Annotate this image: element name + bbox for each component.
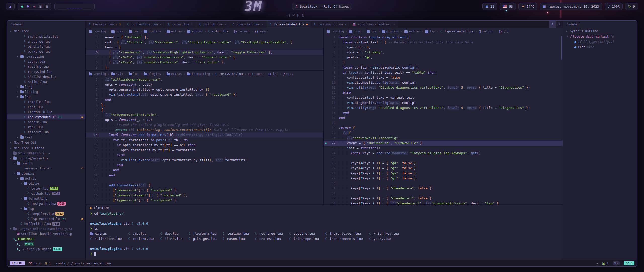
code-line[interactable]: 18 else bbox=[86, 153, 323, 158]
close-icon[interactable]: × bbox=[261, 23, 263, 26]
code-line[interactable]: 33 keys[#keys + 1] = { "<leader>cl", fal… bbox=[324, 196, 563, 201]
tree-item[interactable]: ☾lightbulb.lua bbox=[7, 109, 85, 114]
terminal-output[interactable]: ❯ cd lua/plugins/nvim/lua/plugins via ☾ … bbox=[86, 211, 563, 260]
code-line[interactable]: 15 vim.notify(msg: "Enabled diagnostics … bbox=[324, 105, 563, 110]
tree-item[interactable]: >_TERMINALS bbox=[7, 236, 85, 241]
tree-item[interactable]: ☾compiler.lua bbox=[7, 99, 85, 104]
tree-item[interactable]: ▾.config/nvim/lua bbox=[7, 156, 85, 161]
breadcrumb-item[interactable]: ☾rustywind.lua bbox=[215, 72, 244, 76]
code-line[interactable]: 19 vim.list_extend(dst: opts.formatters_… bbox=[86, 158, 323, 163]
code-line[interactable]: 24 local keys = require(modname: "lazyvi… bbox=[324, 151, 563, 156]
code-line[interactable]: 5 keys = { bbox=[86, 45, 323, 50]
breadcrumb-item[interactable]: []return bbox=[478, 30, 494, 33]
tree-item[interactable]: ☾shellharden.lua bbox=[7, 74, 85, 79]
code-line[interactable]: 20 end bbox=[86, 163, 323, 168]
tree-item[interactable]: >_~#2859 bbox=[7, 241, 85, 246]
link-icon[interactable]: ∞ bbox=[33, 5, 36, 8]
tree-item[interactable]: ☾rustfmt.lua bbox=[7, 64, 85, 69]
tree-item[interactable]: ▸linting bbox=[7, 89, 85, 94]
tree-item[interactable]: ☾color.lua#493 bbox=[7, 186, 85, 191]
tabpage-2[interactable]: 2 bbox=[556, 21, 563, 28]
tab-keymaps-lua[interactable]: ☾keymaps.lua⚠3 bbox=[86, 21, 124, 28]
tree-item[interactable]: ▾formatting bbox=[7, 196, 85, 201]
breadcrumb-item[interactable]: extras bbox=[166, 30, 183, 33]
code-line[interactable]: 14 local function add_formatters(tbl :ta… bbox=[86, 132, 323, 138]
tree-item[interactable]: ☾lens.lua bbox=[7, 104, 85, 109]
breadcrumb-item[interactable]: extras bbox=[404, 30, 420, 33]
code-line[interactable]: 21 [1]"neovim/nvim-lspconfig", bbox=[324, 135, 563, 141]
breadcrumb-item[interactable]: nvim bbox=[111, 30, 124, 33]
code-line[interactable]: 32 bbox=[324, 191, 563, 196]
tree-item[interactable]: ▦scrollbar-handle-vertical.p bbox=[7, 231, 85, 236]
outline-item[interactable]: ◆ifif type(config.vi bbox=[563, 39, 637, 44]
breadcrumb-item[interactable]: []return bbox=[248, 72, 263, 76]
code-line[interactable]: 23 bbox=[86, 178, 323, 183]
tree-item[interactable]: ☾timeout.lua bbox=[7, 129, 85, 134]
tab-color-lua[interactable]: ☾color.lua× bbox=[165, 21, 196, 28]
breadcrumb-item[interactable]: {}keys bbox=[254, 30, 268, 33]
tree-item[interactable]: ▸lang bbox=[7, 84, 85, 89]
code-line[interactable]: 22 end bbox=[86, 173, 323, 178]
keyboard-layout-widget[interactable]: US bbox=[500, 3, 516, 10]
tab-scrollbar-handle-[interactable]: ▦scrollbar-handle-…× bbox=[350, 21, 398, 28]
code-line[interactable]: 25 ["javascript"] = { "rustywind" }, bbox=[86, 188, 323, 193]
outline-item[interactable]: ▾ƒtoggle_diag_virtextfu bbox=[563, 34, 637, 39]
code-line[interactable]: 4 source = "if_many", bbox=[324, 50, 563, 55]
breadcrumb-item[interactable]: lsp bbox=[424, 30, 436, 33]
code-line[interactable]: 9 config.virtual_text = false bbox=[324, 75, 563, 80]
code-line[interactable]: 19return { bbox=[324, 125, 563, 130]
tree-item[interactable]: ☾worktree.lua bbox=[7, 49, 85, 54]
date-widget[interactable]: ▦jueves, noviembre 16, 2023 bbox=[540, 3, 602, 10]
code-line[interactable]: 11 vim.notify(msg: "Disable diagnostics … bbox=[324, 85, 563, 90]
code-line[interactable]: 13 config.virtual_text = virtual_text bbox=[324, 95, 563, 100]
neotree-section-header[interactable]: ▸Neo-Tree Git bbox=[7, 140, 85, 145]
breadcrumb-item[interactable]: lua bbox=[128, 72, 139, 76]
tree-item[interactable]: ☾lsp-extended.lu[+]◉ bbox=[7, 114, 85, 119]
tab-bufferline-lua[interactable]: ☾bufferline.lua× bbox=[124, 21, 165, 28]
tab-github-lua[interactable]: ☾github.lua× bbox=[196, 21, 229, 28]
breadcrumb-item[interactable]: plugins bbox=[143, 72, 162, 76]
launcher-button[interactable]: ▲ bbox=[6, 3, 15, 10]
code-line[interactable]: 5 prefix = "●", bbox=[324, 55, 563, 60]
tree-item[interactable]: ☾github.lua#654 bbox=[7, 191, 85, 196]
tree-item[interactable]: ▾plugins bbox=[7, 171, 85, 176]
tree-item[interactable]: ▾editor bbox=[7, 181, 85, 186]
code-line[interactable]: 6 } bbox=[324, 60, 563, 65]
breadcrumb-item[interactable]: .config bbox=[88, 72, 107, 76]
code-line[interactable]: 17end bbox=[324, 115, 563, 120]
tree-item[interactable]: ☾lsp-extended.lu[+]◉ bbox=[7, 216, 85, 221]
tree-item[interactable]: ☾repl.lua bbox=[7, 124, 85, 129]
scrollbar[interactable] bbox=[561, 36, 562, 60]
neotree-section-header[interactable]: ▾Neo-Tree Buffers bbox=[7, 145, 85, 151]
code-line[interactable]: 2 local virtual_text = { -- Default virt… bbox=[324, 40, 563, 45]
code-line[interactable]: 1local function toggle_diag_virtext() bbox=[324, 35, 563, 40]
breadcrumb-item[interactable]: lua bbox=[128, 30, 139, 33]
tree-item[interactable]: ▾formatting bbox=[7, 54, 85, 59]
close-icon[interactable]: × bbox=[393, 23, 395, 26]
tab-compiler-lua[interactable]: ☾compiler.lua× bbox=[229, 21, 266, 28]
code-line[interactable]: 3 event = { "BufRead" }, bbox=[86, 35, 323, 40]
tree-item[interactable]: ☾winshift.lua bbox=[7, 44, 85, 49]
code-line[interactable]: 26 ["javascriptreact"] = { "rustywind" }… bbox=[86, 193, 323, 198]
breadcrumb-item[interactable]: {}[2] bbox=[267, 72, 279, 76]
close-icon[interactable]: × bbox=[345, 23, 346, 26]
tree-item[interactable]: ☾compiler.lua#682 bbox=[7, 211, 85, 216]
code-line[interactable]: 5 opts.ensure_installed = opts.ensure_in… bbox=[86, 87, 323, 92]
code-line[interactable]: 17 opts.formatters_by_ft[ft] = formatter… bbox=[86, 148, 323, 153]
window-title-pill[interactable]: ______ bbox=[54, 3, 95, 10]
code-line[interactable]: 6 vim.list_extend(dst: opts.ensure_insta… bbox=[86, 92, 323, 97]
tree-item[interactable]: ☾sqlfmt.lua bbox=[7, 79, 85, 84]
code-line[interactable]: 10 [1]"stevearc/conform.nvim", bbox=[86, 112, 323, 117]
code-line[interactable]: 28 keys[#keys + 1] = { "gy", false } bbox=[324, 171, 563, 176]
outline-item[interactable]: ◆elseelse bbox=[563, 44, 637, 50]
tree-item[interactable]: ▾config bbox=[7, 161, 85, 166]
code-line[interactable]: 31 keys[#keys + 1] = { "<leader>ca", fal… bbox=[324, 186, 563, 191]
outline-header[interactable]: ▾ Symbols Outline bbox=[563, 28, 637, 34]
code-line[interactable]: 30 bbox=[324, 181, 563, 186]
breadcrumb-item[interactable]: .config bbox=[326, 30, 345, 33]
tree-item[interactable]: ☾undotree.lua bbox=[7, 39, 85, 44]
code-line[interactable]: 9{ bbox=[86, 107, 323, 112]
code-line[interactable]: 6 { [1]"<leader>uC", [2]"<cmd>CccHighlig… bbox=[86, 50, 323, 55]
code-line[interactable]: 8 { [1]"<C-c>", [2]"<cmd>CccPick<cr>", d… bbox=[86, 60, 323, 65]
tree-item[interactable]: ▾Juegos/Indies/SteamLibrary/st bbox=[7, 226, 85, 231]
